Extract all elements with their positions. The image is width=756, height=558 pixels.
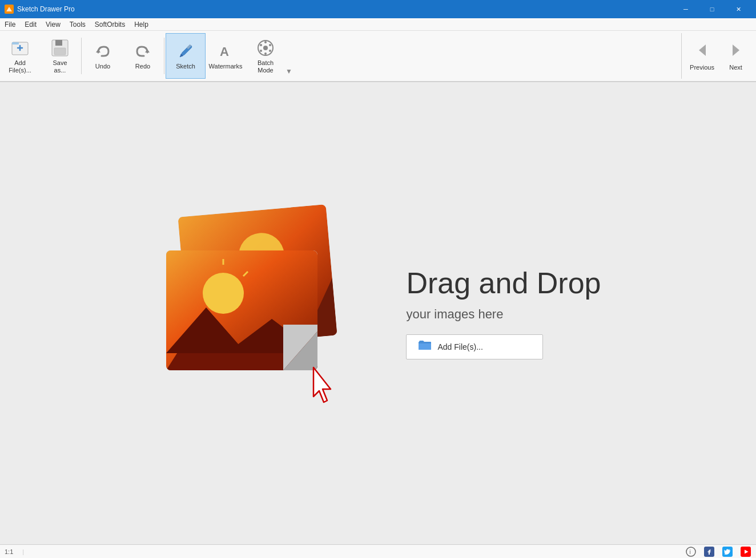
- add-files-icon: [10, 38, 30, 58]
- undo-label: Undo: [95, 63, 110, 70]
- next-button[interactable]: Next: [720, 39, 751, 73]
- zoom-level: 1:1: [5, 548, 13, 555]
- app-title: Sketch Drawer Pro: [17, 5, 673, 13]
- menu-help[interactable]: Help: [130, 18, 153, 30]
- title-bar: Sketch Drawer Pro ─ □ ✕: [0, 0, 756, 18]
- separator-1: [81, 38, 82, 74]
- svg-marker-19: [733, 45, 739, 56]
- toolbar-nav-buttons: Previous Next: [681, 33, 756, 79]
- previous-icon: [693, 41, 711, 63]
- add-files-button[interactable]: AddFile(s)...: [0, 33, 40, 79]
- save-as-button[interactable]: Saveas...: [40, 33, 80, 79]
- folder-icon: [418, 339, 432, 354]
- sketch-button[interactable]: Sketch: [166, 33, 206, 79]
- svg-point-16: [260, 44, 262, 46]
- svg-point-26: [203, 273, 244, 314]
- watermarks-button[interactable]: A Watermarks: [206, 33, 246, 79]
- svg-point-14: [264, 52, 267, 55]
- svg-text:i: i: [690, 549, 691, 555]
- svg-point-12: [269, 44, 271, 46]
- svg-marker-7: [145, 49, 150, 52]
- separator-2: [164, 38, 164, 74]
- add-files-drop-label: Add File(s)...: [437, 342, 482, 351]
- twitter-icon[interactable]: [722, 546, 733, 557]
- svg-point-13: [269, 50, 271, 52]
- undo-button[interactable]: Undo: [83, 33, 123, 79]
- drag-drop-subtitle: your images here: [406, 307, 601, 322]
- status-right: i: [685, 546, 751, 557]
- maximize-button[interactable]: □: [699, 0, 725, 18]
- info-icon[interactable]: i: [685, 546, 697, 557]
- watermarks-icon: A: [215, 41, 236, 62]
- menu-file[interactable]: File: [0, 18, 20, 30]
- toolbar: AddFile(s)... Saveas... Undo: [0, 31, 756, 82]
- next-icon: [727, 41, 745, 63]
- drop-zone-text: Drag and Drop your images here Add File(…: [406, 267, 601, 359]
- add-files-drop-button[interactable]: Add File(s)...: [406, 334, 543, 359]
- redo-icon: [132, 41, 153, 62]
- svg-point-15: [260, 50, 262, 52]
- svg-point-11: [264, 41, 267, 43]
- cursor-icon: [309, 365, 340, 413]
- status-separator: |: [22, 548, 24, 555]
- youtube-icon[interactable]: [740, 546, 751, 557]
- batch-mode-button[interactable]: BatchMode: [246, 33, 285, 79]
- svg-rect-2: [12, 42, 19, 45]
- dropdown-arrow: ▼: [285, 33, 292, 79]
- window-controls: ─ □ ✕: [673, 0, 751, 18]
- toolbar-main-buttons: AddFile(s)... Saveas... Undo: [0, 33, 681, 79]
- drag-drop-title: Drag and Drop: [406, 267, 601, 300]
- svg-point-17: [263, 46, 268, 50]
- main-content[interactable]: Drag and Drop your images here Add File(…: [0, 82, 756, 544]
- svg-marker-6: [96, 49, 100, 52]
- undo-icon: [93, 41, 113, 62]
- sketch-label: Sketch: [176, 63, 195, 70]
- minimize-button[interactable]: ─: [673, 0, 699, 18]
- svg-point-32: [686, 547, 695, 556]
- menu-edit[interactable]: Edit: [20, 18, 41, 30]
- svg-rect-5: [54, 48, 66, 55]
- facebook-icon[interactable]: [703, 546, 715, 557]
- menu-view[interactable]: View: [41, 18, 65, 30]
- previous-button[interactable]: Previous: [686, 39, 718, 73]
- image-card-front: [166, 250, 317, 370]
- svg-text:A: A: [220, 45, 229, 59]
- menu-bar: File Edit View Tools SoftOrbits Help: [0, 18, 756, 31]
- app-icon: [5, 5, 14, 14]
- previous-label: Previous: [690, 64, 714, 71]
- image-illustration: [155, 205, 372, 422]
- menu-softorbits[interactable]: SoftOrbits: [90, 18, 130, 30]
- save-as-label: Saveas...: [53, 59, 67, 74]
- sketch-icon: [175, 41, 196, 62]
- redo-button[interactable]: Redo: [123, 33, 163, 79]
- svg-marker-18: [699, 45, 706, 56]
- status-bar: 1:1 | i: [0, 544, 756, 558]
- next-label: Next: [729, 64, 742, 71]
- batch-mode-icon: [255, 38, 276, 58]
- add-files-label: AddFile(s)...: [9, 59, 31, 74]
- svg-rect-4: [55, 40, 62, 46]
- watermarks-label: Watermarks: [209, 63, 243, 70]
- menu-tools[interactable]: Tools: [65, 18, 90, 30]
- drop-zone-container: Drag and Drop your images here Add File(…: [155, 205, 601, 422]
- redo-label: Redo: [135, 63, 150, 70]
- close-button[interactable]: ✕: [725, 0, 751, 18]
- save-as-icon: [50, 38, 70, 58]
- batch-mode-label: BatchMode: [258, 59, 274, 74]
